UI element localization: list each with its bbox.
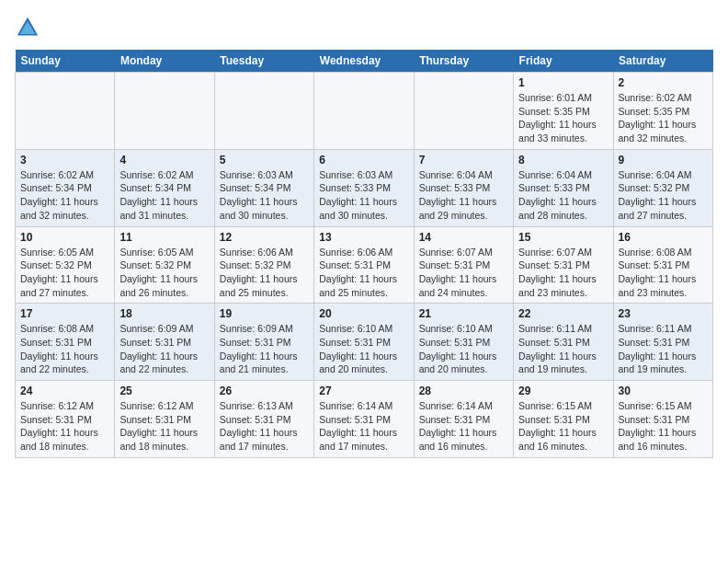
calendar-cell (314, 73, 414, 150)
day-number: 18 (119, 307, 209, 320)
day-info: Sunrise: 6:10 AMSunset: 5:31 PMDaylight:… (419, 322, 508, 376)
day-info: Sunrise: 6:04 AMSunset: 5:33 PMDaylight:… (518, 168, 608, 223)
day-number: 20 (319, 307, 408, 320)
day-info: Sunrise: 6:15 AMSunset: 5:31 PMDaylight:… (518, 399, 608, 454)
day-info: Sunrise: 6:14 AMSunset: 5:31 PMDaylight:… (319, 399, 408, 454)
day-info: Sunrise: 6:01 AMSunset: 5:35 PMDaylight:… (518, 91, 608, 145)
calendar-cell: 25Sunrise: 6:12 AMSunset: 5:31 PMDayligh… (115, 381, 214, 458)
day-number: 15 (518, 231, 608, 244)
logo-icon (15, 15, 40, 40)
calendar-week-row: 3Sunrise: 6:02 AMSunset: 5:34 PMDaylight… (16, 149, 713, 226)
calendar-table: SundayMondayTuesdayWednesdayThursdayFrid… (15, 50, 713, 458)
day-number: 14 (419, 231, 508, 244)
day-number: 16 (619, 231, 708, 244)
weekday-header-sunday: Sunday (16, 50, 115, 73)
day-info: Sunrise: 6:12 AMSunset: 5:31 PMDaylight:… (119, 399, 209, 454)
calendar-cell: 1Sunrise: 6:01 AMSunset: 5:35 PMDaylight… (514, 73, 613, 150)
day-info: Sunrise: 6:06 AMSunset: 5:32 PMDaylight:… (220, 246, 309, 300)
day-number: 22 (518, 307, 608, 320)
day-info: Sunrise: 6:05 AMSunset: 5:32 PMDaylight:… (20, 246, 109, 300)
page-header (15, 15, 713, 40)
day-number: 10 (20, 231, 109, 244)
weekday-header-wednesday: Wednesday (314, 50, 414, 73)
calendar-cell: 11Sunrise: 6:05 AMSunset: 5:32 PMDayligh… (115, 226, 214, 304)
calendar-cell (214, 73, 313, 150)
day-number: 1 (518, 76, 608, 89)
day-number: 28 (419, 385, 508, 397)
calendar-cell (16, 73, 115, 150)
calendar-cell: 19Sunrise: 6:09 AMSunset: 5:31 PMDayligh… (214, 304, 313, 381)
day-info: Sunrise: 6:15 AMSunset: 5:31 PMDaylight:… (619, 399, 708, 454)
day-number: 4 (119, 154, 209, 167)
calendar-cell (115, 73, 214, 150)
day-number: 24 (20, 385, 109, 397)
calendar-cell: 4Sunrise: 6:02 AMSunset: 5:34 PMDaylight… (115, 149, 214, 226)
day-info: Sunrise: 6:09 AMSunset: 5:31 PMDaylight:… (220, 322, 309, 376)
calendar-cell: 23Sunrise: 6:11 AMSunset: 5:31 PMDayligh… (613, 304, 712, 381)
calendar-cell: 22Sunrise: 6:11 AMSunset: 5:31 PMDayligh… (514, 304, 613, 381)
day-number: 7 (419, 154, 508, 167)
calendar-cell: 18Sunrise: 6:09 AMSunset: 5:31 PMDayligh… (115, 304, 214, 381)
day-info: Sunrise: 6:07 AMSunset: 5:31 PMDaylight:… (518, 246, 608, 300)
day-number: 26 (220, 385, 309, 397)
day-info: Sunrise: 6:04 AMSunset: 5:33 PMDaylight:… (419, 168, 508, 223)
calendar-week-row: 24Sunrise: 6:12 AMSunset: 5:31 PMDayligh… (16, 381, 713, 458)
calendar-week-row: 10Sunrise: 6:05 AMSunset: 5:32 PMDayligh… (16, 226, 713, 304)
day-info: Sunrise: 6:06 AMSunset: 5:31 PMDaylight:… (319, 246, 408, 300)
calendar-cell: 16Sunrise: 6:08 AMSunset: 5:31 PMDayligh… (613, 226, 712, 304)
calendar-cell (414, 73, 513, 150)
day-info: Sunrise: 6:13 AMSunset: 5:31 PMDaylight:… (220, 399, 309, 454)
day-number: 30 (619, 385, 708, 397)
day-info: Sunrise: 6:03 AMSunset: 5:34 PMDaylight:… (220, 168, 309, 223)
day-number: 9 (619, 154, 708, 167)
calendar-cell: 29Sunrise: 6:15 AMSunset: 5:31 PMDayligh… (514, 381, 613, 458)
calendar-cell: 13Sunrise: 6:06 AMSunset: 5:31 PMDayligh… (314, 226, 414, 304)
logo (15, 15, 44, 40)
calendar-cell: 27Sunrise: 6:14 AMSunset: 5:31 PMDayligh… (314, 381, 414, 458)
calendar-cell: 14Sunrise: 6:07 AMSunset: 5:31 PMDayligh… (414, 226, 513, 304)
calendar-week-row: 1Sunrise: 6:01 AMSunset: 5:35 PMDaylight… (16, 73, 713, 150)
day-number: 2 (619, 76, 708, 89)
day-info: Sunrise: 6:08 AMSunset: 5:31 PMDaylight:… (619, 246, 708, 300)
day-info: Sunrise: 6:02 AMSunset: 5:35 PMDaylight:… (619, 91, 708, 145)
day-number: 6 (319, 154, 408, 167)
day-number: 3 (20, 154, 109, 167)
calendar-cell: 6Sunrise: 6:03 AMSunset: 5:33 PMDaylight… (314, 149, 414, 226)
day-number: 11 (119, 231, 209, 244)
calendar-cell: 2Sunrise: 6:02 AMSunset: 5:35 PMDaylight… (613, 73, 712, 150)
calendar-header-row: SundayMondayTuesdayWednesdayThursdayFrid… (16, 50, 713, 73)
calendar-cell: 28Sunrise: 6:14 AMSunset: 5:31 PMDayligh… (414, 381, 513, 458)
day-info: Sunrise: 6:05 AMSunset: 5:32 PMDaylight:… (119, 246, 209, 300)
calendar-cell: 8Sunrise: 6:04 AMSunset: 5:33 PMDaylight… (514, 149, 613, 226)
calendar-cell: 26Sunrise: 6:13 AMSunset: 5:31 PMDayligh… (214, 381, 313, 458)
weekday-header-saturday: Saturday (613, 50, 712, 73)
day-info: Sunrise: 6:11 AMSunset: 5:31 PMDaylight:… (619, 322, 708, 376)
day-number: 23 (619, 307, 708, 320)
weekday-header-thursday: Thursday (414, 50, 513, 73)
weekday-header-monday: Monday (115, 50, 214, 73)
day-info: Sunrise: 6:11 AMSunset: 5:31 PMDaylight:… (518, 322, 608, 376)
weekday-header-friday: Friday (514, 50, 613, 73)
calendar-cell: 9Sunrise: 6:04 AMSunset: 5:32 PMDaylight… (613, 149, 712, 226)
calendar-cell: 17Sunrise: 6:08 AMSunset: 5:31 PMDayligh… (16, 304, 115, 381)
day-info: Sunrise: 6:02 AMSunset: 5:34 PMDaylight:… (119, 168, 209, 223)
calendar-cell: 3Sunrise: 6:02 AMSunset: 5:34 PMDaylight… (16, 149, 115, 226)
day-number: 5 (220, 154, 309, 167)
day-info: Sunrise: 6:07 AMSunset: 5:31 PMDaylight:… (419, 246, 508, 300)
calendar-cell: 24Sunrise: 6:12 AMSunset: 5:31 PMDayligh… (16, 381, 115, 458)
day-info: Sunrise: 6:02 AMSunset: 5:34 PMDaylight:… (20, 168, 109, 223)
day-number: 27 (319, 385, 408, 397)
weekday-header-tuesday: Tuesday (214, 50, 313, 73)
calendar-cell: 21Sunrise: 6:10 AMSunset: 5:31 PMDayligh… (414, 304, 513, 381)
day-number: 12 (220, 231, 309, 244)
day-info: Sunrise: 6:03 AMSunset: 5:33 PMDaylight:… (319, 168, 408, 223)
day-number: 8 (518, 154, 608, 167)
calendar-week-row: 17Sunrise: 6:08 AMSunset: 5:31 PMDayligh… (16, 304, 713, 381)
day-number: 19 (220, 307, 309, 320)
day-info: Sunrise: 6:12 AMSunset: 5:31 PMDaylight:… (20, 399, 109, 454)
calendar-cell: 7Sunrise: 6:04 AMSunset: 5:33 PMDaylight… (414, 149, 513, 226)
day-info: Sunrise: 6:04 AMSunset: 5:32 PMDaylight:… (619, 168, 708, 223)
day-number: 29 (518, 385, 608, 397)
calendar-cell: 15Sunrise: 6:07 AMSunset: 5:31 PMDayligh… (514, 226, 613, 304)
calendar-cell: 30Sunrise: 6:15 AMSunset: 5:31 PMDayligh… (613, 381, 712, 458)
